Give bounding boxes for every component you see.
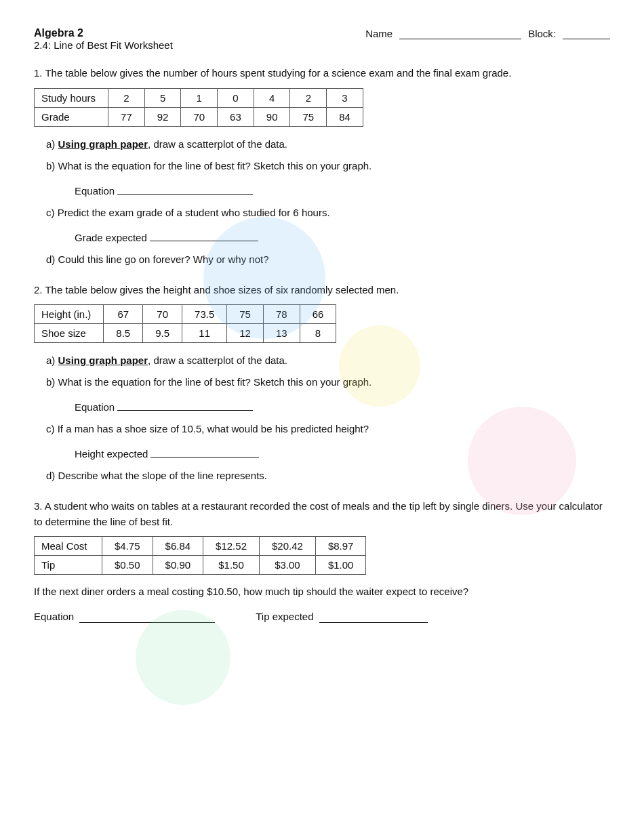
- q3-header-1: $4.75: [102, 537, 153, 556]
- q1-a-rest: , draw a scatterplot of the data.: [148, 138, 287, 150]
- q1-row0-0: Grade: [35, 107, 108, 126]
- q3-header-4: $20.42: [259, 537, 315, 556]
- q1-part-b: b) What is the equation for the line of …: [46, 158, 610, 174]
- q1-part-c: c) Predict the exam grade of a student w…: [46, 205, 610, 221]
- q2-part-c: c) If a man has a shoe size of 10.5, wha…: [46, 421, 610, 437]
- q2-a-bold: Using graph paper: [58, 354, 148, 366]
- q2-c-label: c): [46, 423, 55, 434]
- q1-row0-7: 84: [327, 107, 363, 126]
- q1-c-text: Predict the exam grade of a student who …: [58, 207, 330, 218]
- q1-header-1: 2: [108, 88, 145, 107]
- q2-c-text: If a man has a shoe size of 10.5, what w…: [58, 423, 369, 434]
- q1-header-7: 3: [327, 88, 363, 107]
- q2-d-label: d): [46, 470, 55, 481]
- q3-header-2: $6.84: [153, 537, 203, 556]
- q1-header-5: 4: [254, 88, 290, 107]
- q1-grade-block: Grade expected: [75, 229, 610, 243]
- name-line[interactable]: [399, 27, 521, 39]
- q2-header-5: 78: [263, 305, 300, 324]
- q1-a-label: a): [46, 138, 55, 150]
- q2-text: 2. The table below gives the height and …: [34, 283, 610, 298]
- question-1: 1. The table below gives the number of h…: [34, 66, 610, 268]
- q2-height-block: Height expected: [75, 445, 610, 460]
- worksheet-title: 2.4: Line of Best Fit Worksheet: [34, 39, 173, 51]
- q1-header-3: 1: [181, 88, 218, 107]
- q3-row0-5: $1.00: [315, 556, 366, 575]
- header: Algebra 2 2.4: Line of Best Fit Workshee…: [34, 27, 610, 51]
- q3-row0-4: $3.00: [259, 556, 315, 575]
- q1-grade-label: Grade expected: [75, 232, 147, 243]
- q2-row0-3: 11: [182, 324, 227, 343]
- q1-d-text: Could this line go on forever? Why or wh…: [58, 253, 269, 265]
- q3-row0-2: $0.90: [153, 556, 203, 575]
- q1-d-label: d): [46, 253, 55, 265]
- q3-table: Meal Cost $4.75 $6.84 $12.52 $20.42 $8.9…: [34, 536, 366, 575]
- q3-equation-label: Equation: [34, 611, 74, 622]
- q1-num: 1.: [34, 67, 43, 79]
- block-label: Block:: [528, 28, 556, 39]
- q2-body: The table below gives the height and sho…: [45, 284, 399, 296]
- q1-row0-3: 70: [181, 107, 218, 126]
- q2-row0-4: 12: [227, 324, 264, 343]
- q2-header-2: 70: [143, 305, 182, 324]
- q1-row0-4: 63: [218, 107, 254, 126]
- q3-answer-row: Equation Tip expected: [34, 611, 610, 623]
- q3-equation-line[interactable]: [79, 611, 215, 623]
- q3-body: A student who waits on tables at a resta…: [34, 500, 603, 527]
- q2-equation-line[interactable]: [117, 399, 253, 411]
- question-3: 3. A student who waits on tables at a re…: [34, 499, 610, 623]
- q3-row0-0: Tip: [35, 556, 102, 575]
- block-line[interactable]: [563, 27, 610, 39]
- q1-a-bold: Using graph paper: [58, 138, 148, 150]
- q3-header-3: $12.52: [203, 537, 260, 556]
- q1-equation-block: Equation: [75, 182, 610, 197]
- q2-b-label: b): [46, 376, 55, 388]
- q2-header-3: 73.5: [182, 305, 227, 324]
- q2-d-text: Describe what the slope of the line repr…: [58, 470, 268, 481]
- q2-part-b: b) What is the equation for the line of …: [46, 374, 610, 390]
- q2-header-1: 67: [104, 305, 143, 324]
- q1-grade-line[interactable]: [150, 229, 258, 241]
- q2-header-4: 75: [227, 305, 264, 324]
- q3-bottom-question: If the next diner orders a meal costing …: [34, 584, 610, 600]
- q3-tip-label: Tip expected: [256, 611, 313, 622]
- q1-c-label: c): [46, 207, 55, 218]
- q2-header-6: 66: [300, 305, 336, 324]
- q1-row0-1: 77: [108, 107, 145, 126]
- q1-equation-label: Equation: [75, 185, 115, 197]
- q2-a-rest: , draw a scatterplot of the data.: [148, 354, 287, 366]
- q2-b-rest: What is the equation for the line of bes…: [58, 376, 372, 388]
- q1-header-6: 2: [290, 88, 327, 107]
- q3-num: 3.: [34, 500, 43, 512]
- q1-equation-line[interactable]: [117, 182, 253, 195]
- q3-row0-3: $1.50: [203, 556, 260, 575]
- q2-height-label: Height expected: [75, 448, 148, 460]
- q1-table: Study hours 2 5 1 0 4 2 3 Grade 77 92 70…: [34, 88, 363, 127]
- q2-header-0: Height (in.): [35, 305, 104, 324]
- q2-row0-2: 9.5: [143, 324, 182, 343]
- q2-height-line[interactable]: [150, 445, 259, 458]
- q3-header-0: Meal Cost: [35, 537, 102, 556]
- q1-row0-5: 90: [254, 107, 290, 126]
- q2-part-d: d) Describe what the slope of the line r…: [46, 468, 610, 484]
- q1-row0-6: 75: [290, 107, 327, 126]
- q3-tip-line[interactable]: [319, 611, 428, 623]
- q2-row0-6: 8: [300, 324, 336, 343]
- q3-row0-1: $0.50: [102, 556, 153, 575]
- q1-body: The table below gives the number of hour…: [45, 67, 511, 79]
- title-block: Algebra 2 2.4: Line of Best Fit Workshee…: [34, 27, 173, 51]
- q1-text: 1. The table below gives the number of h…: [34, 66, 610, 81]
- q2-equation-block: Equation: [75, 399, 610, 413]
- q1-header-4: 0: [218, 88, 254, 107]
- name-label: Name: [365, 28, 393, 39]
- q2-row0-0: Shoe size: [35, 324, 104, 343]
- q3-tip-item: Tip expected: [256, 611, 427, 623]
- q3-header-5: $8.97: [315, 537, 366, 556]
- q2-num: 2.: [34, 284, 43, 296]
- q1-part-d: d) Could this line go on forever? Why or…: [46, 251, 610, 268]
- q3-equation-item: Equation: [34, 611, 215, 623]
- q2-a-label: a): [46, 354, 55, 366]
- q1-b-label: b): [46, 160, 55, 171]
- q1-header-2: 5: [144, 88, 181, 107]
- name-block: Name Block:: [365, 27, 610, 39]
